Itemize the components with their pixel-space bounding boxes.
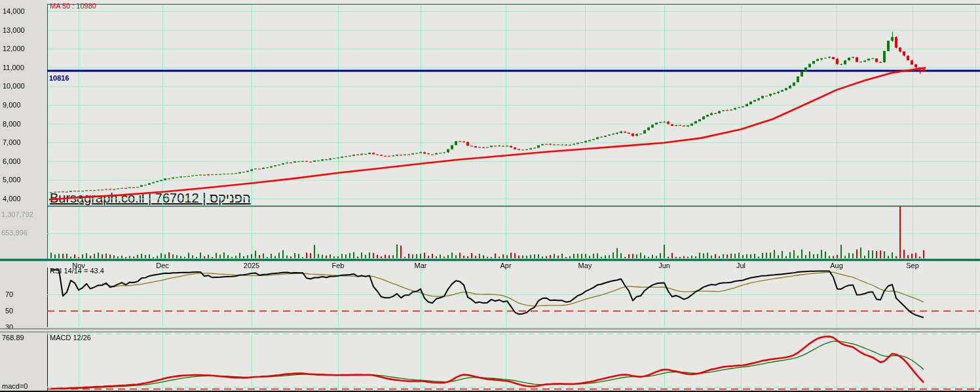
ma50-value-label: MA 50 : 10980 — [50, 2, 96, 10]
month-label-Jun: Jun — [658, 262, 670, 269]
panel-splitter-handle[interactable] — [0, 328, 980, 332]
price-tick-4000: 4,000 — [3, 195, 21, 203]
chart-canvas[interactable] — [0, 0, 980, 392]
macd-panel-label: MACD 12/26 — [50, 334, 91, 342]
price-tick-14000: 14,000 — [3, 7, 25, 15]
macd-max-label: 768.89 — [2, 334, 24, 342]
price-tick-5000: 5,000 — [3, 176, 21, 184]
rsi-tick-70: 70 — [5, 290, 13, 298]
bursagraph-chart-window: Bursagraph.co.il | 767012 | הפניקס MA 50… — [0, 0, 980, 392]
price-tick-10000: 10,000 — [3, 82, 25, 90]
month-label-Mar: Mar — [415, 262, 427, 269]
month-label-May: May — [578, 262, 592, 269]
support-line-value-label: 10816 — [49, 74, 69, 82]
price-tick-6000: 6,000 — [3, 157, 21, 165]
month-label-2025: 2025 — [244, 262, 259, 269]
month-label-Jul: Jul — [736, 262, 745, 269]
month-label-Aug: Aug — [830, 262, 843, 269]
month-label-Feb: Feb — [332, 262, 345, 269]
month-label-Apr: Apr — [500, 262, 511, 269]
price-tick-11000: 11,000 — [3, 64, 24, 71]
price-tick-12000: 12,000 — [3, 45, 25, 52]
price-tick-7000: 7,000 — [3, 138, 21, 146]
volume-tick-0: 1,307,792 — [1, 210, 33, 218]
volume-tick-1: 653,896 — [1, 229, 28, 237]
rsi-tick-50: 50 — [5, 307, 13, 315]
month-label-Dec: Dec — [156, 262, 169, 269]
price-tick-9000: 9,000 — [3, 101, 21, 109]
price-tick-8000: 8,000 — [3, 120, 21, 128]
month-label-Nov: Nov — [72, 262, 85, 269]
month-label-Sep: Sep — [906, 262, 919, 269]
price-tick-13000: 13,000 — [3, 26, 25, 34]
macd-zero-label: macd=0 — [2, 382, 28, 390]
